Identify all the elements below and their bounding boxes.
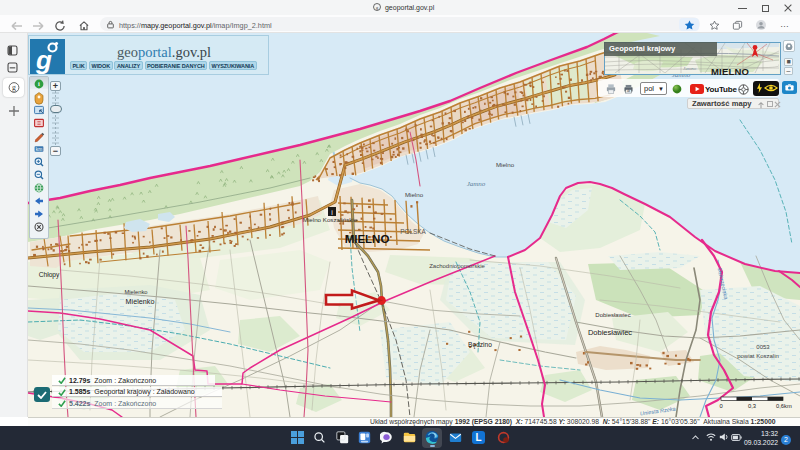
svg-text:Dobiesławiec: Dobiesławiec [595, 312, 630, 318]
svg-text:Mielenko: Mielenko [126, 297, 155, 306]
svg-text:0053: 0053 [756, 344, 770, 350]
svg-text:g: g [35, 45, 52, 74]
svg-text:Mielno: Mielno [405, 191, 424, 198]
svg-text:Jamno: Jamno [683, 66, 697, 71]
svg-text:Mielenko: Mielenko [124, 289, 147, 295]
svg-text:g: g [376, 5, 379, 10]
svg-text:0,3: 0,3 [748, 403, 756, 409]
svg-text:Mielno Koszalińskie: Mielno Koszalińskie [303, 216, 358, 223]
svg-text:ab: ab [627, 89, 631, 93]
svg-text:Zachodniopomorskie: Zachodniopomorskie [429, 263, 485, 269]
svg-text:Mielno: Mielno [496, 161, 515, 168]
svg-text:0: 0 [719, 403, 722, 409]
svg-text:powiat Koszalin: powiat Koszalin [737, 353, 779, 359]
svg-text:MIELNO: MIELNO [345, 233, 390, 245]
svg-text:Dobiesławiec: Dobiesławiec [588, 328, 632, 337]
svg-text:km: km [36, 147, 42, 152]
svg-text:Chłopy: Chłopy [39, 271, 60, 279]
svg-text:Będzino: Będzino [468, 341, 492, 349]
svg-text:g: g [12, 83, 16, 92]
svg-text:i: i [38, 80, 40, 87]
svg-text:Jamno: Jamno [467, 180, 486, 188]
svg-text:0,6km: 0,6km [776, 403, 792, 409]
svg-text:POLSKA: POLSKA [400, 228, 426, 235]
